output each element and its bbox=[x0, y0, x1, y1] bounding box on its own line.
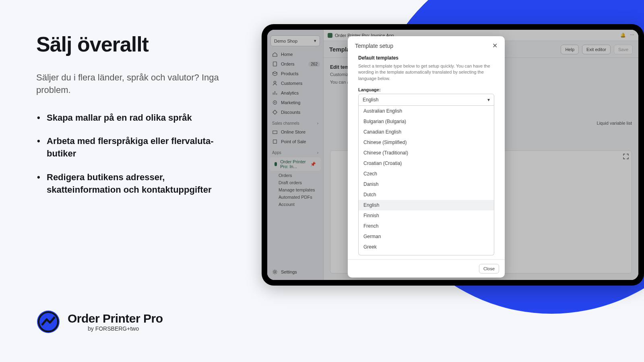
modal-help-text: Select a template type below to get setu… bbox=[358, 63, 494, 82]
language-option[interactable]: English bbox=[359, 200, 494, 210]
language-option[interactable]: Finnish bbox=[359, 210, 494, 221]
template-setup-modal: Template setup ✕ Default templates Selec… bbox=[348, 36, 505, 278]
language-option[interactable]: Greek bbox=[359, 242, 494, 252]
chevron-down-icon: ▾ bbox=[487, 97, 490, 103]
language-option[interactable]: French bbox=[359, 221, 494, 231]
language-option[interactable]: Bulgarian (Bulgaria) bbox=[359, 116, 494, 127]
brand-name: Order Printer Pro bbox=[68, 312, 163, 325]
close-button[interactable]: Close bbox=[479, 264, 499, 274]
brand-lockup: Order Printer Pro by FORSBERG+two bbox=[36, 310, 163, 334]
bullet: Redigera butikens adresser, skatteinform… bbox=[36, 171, 229, 196]
marketing-panel: Sälj överallt Säljer du i flera länder, … bbox=[36, 32, 229, 208]
language-option[interactable]: Czech bbox=[359, 169, 494, 179]
language-select[interactable]: English ▾ bbox=[358, 94, 494, 106]
app-screen: Demo Shop ▾ Home Orders262 Products Cust… bbox=[267, 30, 638, 280]
brand-logo-icon bbox=[36, 310, 60, 334]
device-frame: Demo Shop ▾ Home Orders262 Products Cust… bbox=[262, 24, 644, 286]
language-option[interactable]: Danish bbox=[359, 179, 494, 189]
headline: Sälj överallt bbox=[36, 32, 229, 56]
brand-byline: by FORSBERG+two bbox=[88, 325, 163, 332]
language-option[interactable]: Croatian (Croatia) bbox=[359, 158, 494, 169]
language-option[interactable]: Chinese (Simplified) bbox=[359, 137, 494, 148]
language-option[interactable]: Hindi bbox=[359, 252, 494, 255]
language-options[interactable]: Australian EnglishBulgarian (Bulgaria)Ca… bbox=[358, 106, 494, 255]
bullet: Arbeta med flerspråkiga eller flervaluta… bbox=[36, 135, 229, 160]
language-option[interactable]: German bbox=[359, 231, 494, 242]
language-selected-value: English bbox=[363, 97, 378, 103]
language-option[interactable]: Chinese (Traditional) bbox=[359, 148, 494, 158]
subtext: Säljer du i flera länder, språk och valu… bbox=[36, 72, 229, 97]
language-option[interactable]: Dutch bbox=[359, 189, 494, 200]
language-option[interactable]: Australian English bbox=[359, 106, 494, 116]
modal-title: Template setup bbox=[355, 43, 393, 49]
bullet: Skapa mallar på en rad olika språk bbox=[36, 112, 229, 124]
language-option[interactable]: Canadian English bbox=[359, 127, 494, 137]
language-label: Language: bbox=[358, 87, 494, 92]
default-templates-heading: Default templates bbox=[358, 55, 494, 61]
close-icon[interactable]: ✕ bbox=[492, 42, 497, 49]
